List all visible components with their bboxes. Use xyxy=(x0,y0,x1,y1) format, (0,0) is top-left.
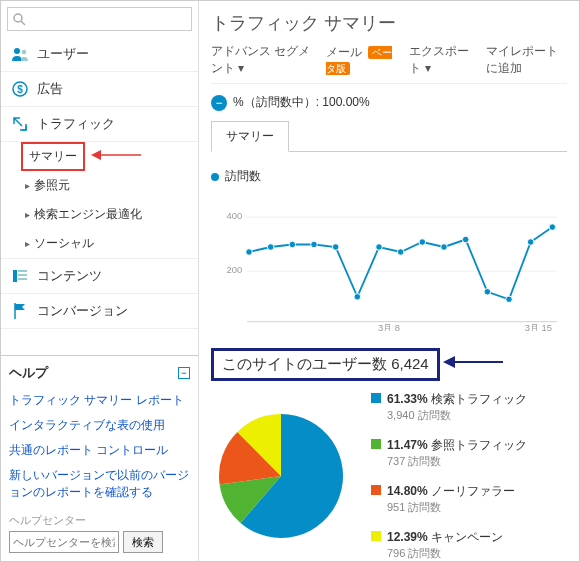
line-legend-label: 訪問数 xyxy=(225,168,261,185)
content-icon xyxy=(11,267,29,285)
collapse-icon[interactable]: − xyxy=(178,367,190,379)
pie-legend-item: 12.39% キャンペーン796 訪問数 xyxy=(371,529,527,561)
svg-point-31 xyxy=(549,224,556,231)
svg-point-30 xyxy=(527,239,534,246)
metric-toggle[interactable]: − xyxy=(211,95,227,111)
nav-label: 広告 xyxy=(37,80,63,98)
svg-point-18 xyxy=(267,244,274,251)
svg-text:400: 400 xyxy=(227,211,243,221)
legend-square-icon xyxy=(371,439,381,449)
toolbar-myreport[interactable]: マイレポートに追加 xyxy=(486,43,567,77)
nav-users[interactable]: ユーザー xyxy=(1,37,198,72)
svg-point-2 xyxy=(14,48,20,54)
svg-point-17 xyxy=(246,249,253,256)
svg-point-29 xyxy=(506,296,513,303)
svg-point-25 xyxy=(419,239,426,246)
highlight-arrow-icon xyxy=(91,149,141,164)
help-center-search-button[interactable]: 検索 xyxy=(123,531,163,553)
help-link[interactable]: インタラクティブな表の使用 xyxy=(9,413,190,438)
svg-point-22 xyxy=(354,294,361,301)
svg-point-19 xyxy=(289,241,296,248)
pie-legend-item: 14.80% ノーリファラー951 訪問数 xyxy=(371,483,527,515)
nav-ads[interactable]: $ 広告 xyxy=(1,72,198,107)
nav-label: トラフィック xyxy=(37,115,115,133)
svg-point-23 xyxy=(376,244,383,251)
nav-label: ユーザー xyxy=(37,45,89,63)
help-link[interactable]: 共通のレポート コントロール xyxy=(9,438,190,463)
help-link[interactable]: トラフィック サマリー レポート xyxy=(9,388,190,413)
page-title: トラフィック サマリー xyxy=(211,11,567,35)
svg-point-21 xyxy=(332,244,339,251)
svg-rect-9 xyxy=(18,274,27,276)
traffic-icon xyxy=(11,115,29,133)
subnav-seo[interactable]: ▸検索エンジン最適化 xyxy=(21,200,198,229)
search-icon xyxy=(12,12,26,29)
highlight-arrow-icon xyxy=(443,358,503,372)
svg-point-0 xyxy=(14,14,22,22)
pie-legend-item: 11.47% 参照トラフィック737 訪問数 xyxy=(371,437,527,469)
svg-point-28 xyxy=(484,289,491,296)
subnav-referrer[interactable]: ▸参照元 xyxy=(21,171,198,200)
dollar-icon: $ xyxy=(11,80,29,98)
toolbar-export[interactable]: エクスポート ▾ xyxy=(409,43,470,77)
line-chart: 400 200 3月 8 3月 15 xyxy=(211,191,567,331)
subnav-social[interactable]: ▸ソーシャル xyxy=(21,229,198,258)
nav-label: コンテンツ xyxy=(37,267,102,285)
help-center-input[interactable] xyxy=(9,531,119,553)
help-title: ヘルプ xyxy=(9,364,48,382)
search-input[interactable] xyxy=(7,7,192,31)
subnav-summary[interactable]: サマリー xyxy=(21,142,85,171)
legend-square-icon xyxy=(371,531,381,541)
metric-label: %（訪問数中）: 100.00% xyxy=(233,94,370,111)
svg-rect-8 xyxy=(18,270,27,272)
nav-conversion[interactable]: コンバージョン xyxy=(1,294,198,329)
pie-legend-item: 61.33% 検索トラフィック3,940 訪問数 xyxy=(371,391,527,423)
user-count-box: このサイトのユーザー数 6,424 xyxy=(211,348,440,381)
legend-square-icon xyxy=(371,393,381,403)
svg-point-27 xyxy=(462,236,469,243)
users-icon xyxy=(11,45,29,63)
nav-label: コンバージョン xyxy=(37,302,128,320)
chevron-down-icon: ▾ xyxy=(425,61,431,75)
nav-content[interactable]: コンテンツ xyxy=(1,258,198,294)
caret-icon: ▸ xyxy=(25,209,30,220)
svg-text:200: 200 xyxy=(227,265,243,275)
caret-icon: ▸ xyxy=(25,238,30,249)
svg-text:3月 15: 3月 15 xyxy=(525,323,552,331)
svg-rect-7 xyxy=(13,270,17,282)
svg-text:3月 8: 3月 8 xyxy=(378,323,400,331)
svg-point-3 xyxy=(22,50,26,54)
svg-line-1 xyxy=(21,21,25,25)
toolbar-advanced-segment[interactable]: アドバンス セグメント ▾ xyxy=(211,43,310,77)
flag-icon xyxy=(11,302,29,320)
help-link[interactable]: 新しいバージョンで以前のバージョンのレポートを確認する xyxy=(9,463,190,505)
tab-summary[interactable]: サマリー xyxy=(211,121,289,152)
svg-point-20 xyxy=(311,241,318,248)
help-center-label: ヘルプセンター xyxy=(9,513,190,528)
pie-chart xyxy=(211,406,351,546)
caret-icon: ▸ xyxy=(25,180,30,191)
legend-dot-icon xyxy=(211,173,219,181)
legend-square-icon xyxy=(371,485,381,495)
svg-point-26 xyxy=(441,244,448,251)
svg-point-24 xyxy=(397,249,404,256)
svg-text:$: $ xyxy=(17,84,23,95)
svg-rect-10 xyxy=(18,278,27,280)
toolbar-mail[interactable]: メール ベータ版 xyxy=(326,44,393,76)
nav-traffic[interactable]: トラフィック xyxy=(1,107,198,142)
chevron-down-icon: ▾ xyxy=(238,61,244,75)
